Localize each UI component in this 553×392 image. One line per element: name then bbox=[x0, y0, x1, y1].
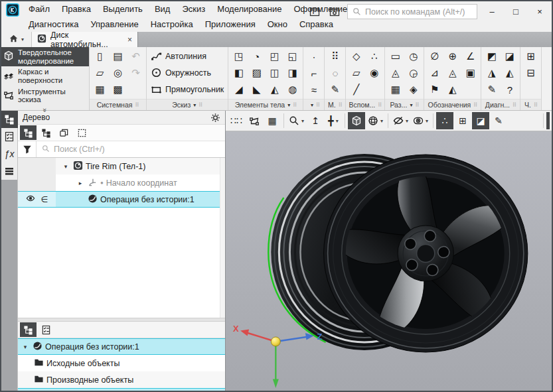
zoom-icon[interactable]: ▾ bbox=[287, 112, 306, 129]
deviation-icon[interactable]: ◭ bbox=[501, 65, 518, 82]
bottom-row-1[interactable]: Исходные объекты bbox=[18, 355, 225, 371]
ribbon-group-label[interactable]: М.⠿ bbox=[325, 99, 345, 110]
dropdown-caret[interactable]: ▾ bbox=[301, 118, 304, 124]
preview-icon[interactable]: ◎ bbox=[110, 65, 126, 82]
display-solid-icon[interactable] bbox=[348, 112, 365, 129]
close-button[interactable]: × bbox=[530, 5, 549, 19]
menu-item-2-0[interactable]: Диагностика bbox=[23, 19, 84, 29]
shell-icon[interactable]: ◨ bbox=[284, 65, 301, 82]
ribbon-group-label[interactable]: Элементы тела▾⠿ bbox=[228, 99, 303, 110]
sweep-icon[interactable]: ◰ bbox=[266, 48, 283, 65]
expander-icon[interactable]: ▸ bbox=[76, 180, 85, 186]
circle-command[interactable]: Окружность bbox=[151, 67, 224, 78]
tree-composition-icon[interactable] bbox=[20, 125, 37, 140]
pattern-grid-icon[interactable]: ⠿ bbox=[327, 48, 343, 65]
mass-properties-icon[interactable]: ◪ bbox=[501, 48, 518, 65]
command-search-input[interactable]: Поиск по командам (Alt+/) bbox=[347, 4, 477, 19]
center-mark-icon[interactable]: ◭ bbox=[444, 82, 461, 98]
menu-item-1-5[interactable]: Моделирование bbox=[211, 4, 287, 14]
image-icon[interactable]: ◉ bbox=[366, 65, 382, 82]
snap-icon[interactable]: ∴ bbox=[436, 112, 453, 129]
linear-dimension-icon[interactable]: ▭ bbox=[387, 48, 404, 65]
tree-row-2[interactable]: ∈Операция без истории:1 bbox=[18, 191, 225, 208]
surface-finish-icon[interactable]: ∠ bbox=[462, 48, 479, 65]
group-drag-handle[interactable]: ⠿ bbox=[135, 102, 139, 108]
table-dimension-icon[interactable]: ▦ bbox=[387, 82, 404, 98]
spiral-icon[interactable]: ≈ bbox=[305, 82, 322, 98]
flag-icon[interactable]: ⚑ bbox=[426, 82, 443, 98]
new-document-icon[interactable]: ▯ bbox=[92, 48, 108, 65]
tree-panel-icon[interactable] bbox=[1, 111, 18, 128]
annotate-icon[interactable]: ✎ bbox=[490, 112, 507, 129]
group-drag-handle[interactable]: ⠿ bbox=[513, 102, 516, 108]
menu-item-2-4[interactable]: Окно bbox=[262, 19, 293, 29]
tree-row-0[interactable]: ▾Tire Rim (Тел-1) bbox=[18, 158, 225, 174]
home-button[interactable]: ▾ bbox=[1, 32, 32, 47]
expander-icon[interactable]: ▾ bbox=[61, 163, 70, 170]
tree-row-1[interactable]: ▸●Начало координат bbox=[18, 174, 225, 191]
maximize-button[interactable]: □ bbox=[507, 5, 525, 19]
menu-item-1-2[interactable]: Выделить bbox=[97, 4, 149, 14]
element-of-icon[interactable]: ∈ bbox=[41, 194, 48, 204]
ribbon-group-label[interactable]: Диагн...⠿ bbox=[481, 99, 520, 110]
group-drag-handle[interactable]: ⠿ bbox=[378, 102, 382, 108]
minimize-button[interactable]: – bbox=[483, 5, 501, 19]
rib-icon[interactable]: ◫ bbox=[266, 65, 283, 82]
ribbon-group-label[interactable]: Вспом...⠿ bbox=[346, 99, 384, 110]
display-style-icon[interactable]: ▾ bbox=[366, 112, 385, 129]
group-drag-handle[interactable]: ⠿ bbox=[293, 102, 297, 108]
group-drag-handle[interactable]: ⠿ bbox=[316, 102, 320, 108]
ribbon-group-label[interactable]: Эскиз▾⠿ bbox=[147, 99, 228, 110]
loft-icon[interactable]: ◱ bbox=[284, 48, 301, 65]
group-dropdown-caret[interactable]: ▾ bbox=[311, 102, 313, 108]
mode-item-1[interactable]: Каркас и поверхности bbox=[1, 66, 89, 86]
dropdown-caret[interactable]: ▾ bbox=[406, 118, 408, 124]
print-icon[interactable]: ▤ bbox=[110, 48, 126, 65]
visibility-eye-icon[interactable] bbox=[26, 194, 35, 205]
save-icon[interactable]: ▦ bbox=[92, 82, 108, 98]
connection-point-icon[interactable]: ∴ bbox=[366, 48, 382, 65]
chamfer-icon[interactable]: ◣ bbox=[248, 82, 265, 98]
section-view-icon[interactable]: ⊞ bbox=[522, 48, 539, 65]
hide-objects-icon[interactable]: ▾ bbox=[391, 112, 410, 129]
tree-scrollbar[interactable] bbox=[220, 158, 225, 318]
window-settings-icon[interactable] bbox=[327, 6, 342, 18]
parameters-tab[interactable] bbox=[38, 322, 54, 337]
collapsed-panel-edge[interactable] bbox=[546, 112, 550, 129]
insert-fragment-icon[interactable]: ▦ bbox=[264, 112, 281, 129]
sketch-placement-icon[interactable] bbox=[246, 112, 263, 129]
extrude-icon[interactable]: ◳ bbox=[230, 48, 247, 65]
menu-item-2-3[interactable]: Приложения bbox=[199, 19, 262, 29]
menu-item-1-4[interactable]: Эскиз bbox=[176, 4, 211, 14]
check-document-icon[interactable]: ◩ bbox=[483, 48, 500, 65]
ribbon-group-label[interactable]: Системная⠿ bbox=[90, 99, 146, 110]
gear-icon[interactable] bbox=[210, 113, 220, 123]
marking-icon[interactable]: ◬ bbox=[444, 65, 461, 82]
orientation-icon[interactable]: ╋▾ bbox=[325, 112, 342, 129]
new-window-icon[interactable] bbox=[307, 6, 322, 18]
express-dimension-icon[interactable]: ◈ bbox=[405, 82, 422, 98]
parameters-panel-icon[interactable] bbox=[1, 128, 18, 145]
pattern-curve-icon[interactable]: ✎ bbox=[327, 82, 343, 98]
render-mode-icon[interactable]: ◪ bbox=[472, 112, 489, 129]
mode-item-2[interactable]: Инструменты эскиза bbox=[1, 86, 89, 105]
main-menu-icon[interactable] bbox=[1, 163, 18, 180]
group-dropdown-caret[interactable]: ▾ bbox=[193, 102, 196, 108]
normal-to-icon[interactable]: ↥ bbox=[307, 112, 324, 129]
position-icon[interactable]: ▣ bbox=[462, 65, 479, 82]
fillet-icon[interactable]: ◢ bbox=[230, 82, 247, 98]
group-dropdown-caret[interactable]: ▾ bbox=[410, 102, 412, 108]
curvature-icon[interactable]: ✎ bbox=[483, 82, 500, 98]
dropdown-caret[interactable]: ▾ bbox=[336, 118, 339, 124]
ribbon-group-label[interactable]: ▾⠿ bbox=[303, 99, 324, 110]
menu-item-1-3[interactable]: Вид bbox=[149, 4, 177, 14]
autoline-command[interactable]: Автолиния bbox=[151, 50, 224, 62]
pattern-circular-icon[interactable]: ◌ bbox=[327, 65, 343, 82]
local-cs-icon[interactable]: ◇ bbox=[348, 48, 364, 65]
home-dropdown-caret[interactable]: ▾ bbox=[21, 36, 24, 42]
diameter-dimension-icon[interactable]: ◶ bbox=[405, 65, 422, 82]
bottom-row-2[interactable]: Производные объекты bbox=[18, 371, 225, 388]
info-question-icon[interactable]: ? bbox=[501, 82, 518, 98]
cut-extrude-icon[interactable]: ◧ bbox=[230, 65, 247, 82]
open-document-icon[interactable]: ▱ bbox=[92, 65, 108, 82]
